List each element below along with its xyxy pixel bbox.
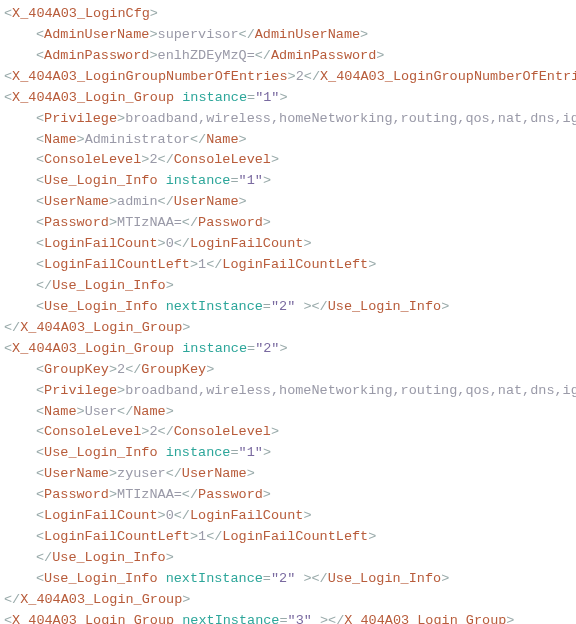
code-line: <Use_Login_Info instance="1">: [4, 443, 576, 464]
code-line: <LoginFailCountLeft>1</LoginFailCountLef…: [4, 255, 576, 276]
code-line: <Password>MTIzNAA=</Password>: [4, 213, 576, 234]
code-line: <Name>Administrator</Name>: [4, 130, 576, 151]
xml-source-view: <X_404A03_LoginCfg> <AdminUserName>super…: [4, 4, 576, 624]
code-line: </Use_Login_Info>: [4, 548, 576, 569]
code-line: <Privilege>broadband,wireless,homeNetwor…: [4, 109, 576, 130]
code-line: <Privilege>broadband,wireless,homeNetwor…: [4, 381, 576, 402]
code-line: <GroupKey>2</GroupKey>: [4, 360, 576, 381]
code-line: <LoginFailCount>0</LoginFailCount>: [4, 234, 576, 255]
code-line: <UserName>zyuser</UserName>: [4, 464, 576, 485]
code-line: <ConsoleLevel>2</ConsoleLevel>: [4, 422, 576, 443]
code-line: <X_404A03_Login_Group nextInstance="3" >…: [4, 611, 576, 624]
code-line: <ConsoleLevel>2</ConsoleLevel>: [4, 150, 576, 171]
code-line: <Name>User</Name>: [4, 402, 576, 423]
code-line: </Use_Login_Info>: [4, 276, 576, 297]
code-line: <X_404A03_Login_Group instance="1">: [4, 88, 576, 109]
code-line: <LoginFailCount>0</LoginFailCount>: [4, 506, 576, 527]
code-line: <Use_Login_Info nextInstance="2" ></Use_…: [4, 297, 576, 318]
code-line: <X_404A03_LoginCfg>: [4, 4, 576, 25]
code-line: <Password>MTIzNAA=</Password>: [4, 485, 576, 506]
code-line: <UserName>admin</UserName>: [4, 192, 576, 213]
code-line: <Use_Login_Info nextInstance="2" ></Use_…: [4, 569, 576, 590]
code-line: <X_404A03_LoginGroupNumberOfEntries>2</X…: [4, 67, 576, 88]
code-line: <AdminPassword>enlhZDEyMzQ=</AdminPasswo…: [4, 46, 576, 67]
code-line: <AdminUserName>supervisor</AdminUserName…: [4, 25, 576, 46]
code-line: </X_404A03_Login_Group>: [4, 590, 576, 611]
code-line: <X_404A03_Login_Group instance="2">: [4, 339, 576, 360]
code-line: <LoginFailCountLeft>1</LoginFailCountLef…: [4, 527, 576, 548]
code-line: <Use_Login_Info instance="1">: [4, 171, 576, 192]
code-line: </X_404A03_Login_Group>: [4, 318, 576, 339]
